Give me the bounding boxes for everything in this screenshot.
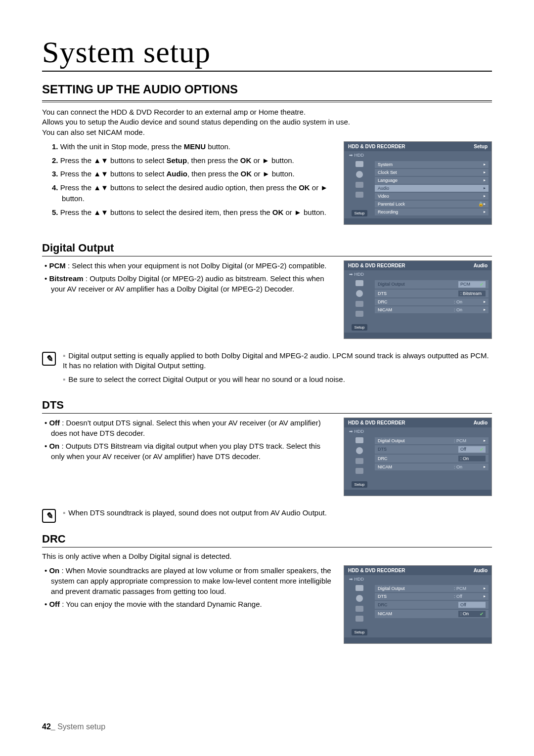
setup-badge: Setup [352,210,368,216]
check-icon [356,192,363,198]
bullet-item: Off : You can enjoy the movie with the s… [51,599,332,609]
gear-icon [356,301,363,307]
page-number: 42_ [42,722,55,731]
check-icon: ✔ [480,611,484,617]
disc-icon [356,290,363,297]
gear-icon [356,182,363,188]
digital-output-bullets: PCM : Select this when your equipment is… [42,260,332,294]
osd-menu-item[interactable]: NICAM : On ▸ [375,306,489,313]
page-footer: 42_ System setup [42,722,105,731]
osd-menu-item[interactable]: System ▸ [375,161,489,168]
osd-sidebar: Setup [344,583,375,637]
chevron-right-icon: ▸ [484,210,486,214]
check-icon: ✔ [480,282,484,287]
setup-badge: Setup [352,629,368,635]
steps-list: 1. With the unit in Stop mode, press the… [42,141,332,218]
osd-menu-item[interactable]: Digital Output PCM ✔ [375,280,489,289]
osd-screenshot-digital-output: HDD & DVD RECORDERAudio ➡ HDD Setup Digi… [344,260,492,339]
tv-icon [356,280,363,286]
bullet-item: On : Outputs DTS Bitstream via digital o… [51,441,332,462]
note-item: ▪When DTS soundtrack is played, sound do… [63,508,327,518]
section-heading: SETTING UP THE AUDIO OPTIONS [42,83,492,96]
osd-menu-item[interactable]: Video ▸ [375,193,489,200]
bullet-item: Off : Doesn't output DTS signal. Select … [51,418,332,438]
osd-sidebar: Setup [344,159,375,218]
step-item: 4. Press the ▲▼ buttons to select the de… [62,182,332,204]
chevron-right-icon: ▸ [484,170,486,174]
osd-menu-item[interactable]: Audio ▸ [375,185,489,192]
osd-sidebar: Setup [344,278,375,333]
digital-output-heading: Digital Output [42,242,492,256]
drc-heading: DRC [42,533,492,547]
osd-screenshot-setup: HDD & DVD RECORDERSetup ➡ HDD Setup Syst… [344,141,492,225]
chevron-right-icon: ▸ [484,186,486,190]
osd-menu-item[interactable]: NICAM : On ✔ [375,610,489,618]
drc-bullets: On : When Movie soundtracks are played a… [42,565,332,609]
tv-icon [356,161,363,167]
osd-menu-item[interactable]: Recording ▸ [375,209,489,215]
chevron-right-icon: ▸ [484,194,486,198]
check-icon [356,311,363,317]
osd-menu-item[interactable]: DRC : On [375,455,489,462]
step-item: 1. With the unit in Stop mode, press the… [62,141,332,152]
osd-menu-item[interactable]: Digital Output : PCM ▸ [375,585,489,592]
step-item: 3. Press the ▲▼ buttons to select Audio,… [62,168,332,179]
step-item: 2. Press the ▲▼ buttons to select Setup,… [62,155,332,166]
digital-output-notes: ▪Digital output setting is equally appli… [63,351,492,389]
check-icon: ✔ [480,447,484,452]
osd-screenshot-dts: HDD & DVD RECORDERAudio ➡ HDD Setup Digi… [344,418,492,496]
osd-menu-item[interactable]: NICAM : On ▸ [375,463,489,470]
note-item: ▪Digital output setting is equally appli… [63,351,492,371]
tv-icon [356,585,363,591]
check-icon [356,468,363,474]
osd-menu-item[interactable]: Digital Output : PCM ▸ [375,437,489,444]
bullet-item: Bitstream : Outputs Dolby Digital (or MP… [51,273,332,294]
bullet-item: PCM : Select this when your equipment is… [51,260,332,271]
bullet-item: On : When Movie soundtracks are played a… [51,565,332,596]
dts-bullets: Off : Doesn't output DTS signal. Select … [42,418,332,462]
osd-screenshot-drc: HDD & DVD RECORDERAudio ➡ HDD Setup Digi… [344,565,492,644]
osd-menu-item[interactable]: DRC : On ▸ [375,298,489,305]
note-icon: ✎ [42,352,56,366]
dts-notes: ▪When DTS soundtrack is played, sound do… [63,508,327,522]
section-underline [42,100,492,102]
chevron-right-icon: ▸ [484,178,486,182]
osd-menu-item[interactable]: DTS Off ✔ [375,445,489,454]
lock-icon: 🔒 [478,202,484,207]
note-icon: ✎ [42,509,56,523]
chevron-right-icon: ▸ [484,464,486,469]
chevron-right-icon: ▸ [484,162,486,167]
disc-icon [356,447,363,454]
osd-menu-item[interactable]: DTS : Bitstream [375,290,489,297]
chevron-right-icon: ▸ [484,299,486,304]
gear-icon [356,458,363,464]
note-item: ▪Be sure to select the correct Digital O… [63,375,492,384]
chevron-right-icon: ▸ [484,438,486,443]
footer-section: System setup [57,722,105,731]
tv-icon [356,437,363,443]
dts-heading: DTS [42,399,492,414]
chevron-right-icon: ▸ [484,202,486,206]
osd-sidebar: Setup [344,435,375,490]
osd-menu-item[interactable]: Parental Lock 🔒 ▸ [375,201,489,208]
chevron-right-icon: ▸ [484,307,486,312]
page-title: System setup [42,35,492,72]
osd-menu-item[interactable]: Language ▸ [375,177,489,184]
osd-menu-item[interactable]: DTS : Off ▸ [375,593,489,600]
osd-menu-item[interactable]: DRC Off [375,601,489,609]
disc-icon [356,171,363,178]
intro-text: You can connect the HDD & DVD Recorder t… [42,107,492,137]
drc-intro: This is only active when a Dolby Digital… [42,551,492,561]
disc-icon [356,595,363,602]
setup-badge: Setup [352,481,368,488]
gear-icon [356,606,363,612]
chevron-right-icon: ▸ [484,586,486,590]
chevron-right-icon: ▸ [484,594,486,598]
check-icon [356,616,363,622]
setup-badge: Setup [352,324,368,331]
osd-menu-item[interactable]: Clock Set ▸ [375,169,489,176]
step-item: 5. Press the ▲▼ buttons to select the de… [62,207,332,218]
